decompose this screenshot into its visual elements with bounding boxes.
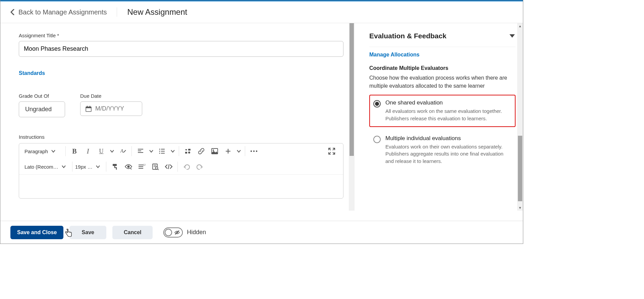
accessibility-check-button[interactable]: [123, 161, 134, 172]
svg-point-13: [251, 151, 252, 152]
radio-description: Evaluators work on their own evaluations…: [385, 143, 512, 165]
image-button[interactable]: [209, 146, 220, 157]
radio-label: Multiple individual evaluations: [385, 135, 512, 142]
coordinate-description: Choose how the evaluation process works …: [369, 74, 516, 90]
radio-option-shared[interactable]: One shared evaluation All evaluators wor…: [369, 95, 516, 127]
caret-down-icon: [509, 33, 516, 39]
visibility-toggle[interactable]: [163, 227, 183, 238]
font-family-select[interactable]: Lato (Recom…: [22, 163, 72, 171]
cancel-button[interactable]: Cancel: [112, 226, 153, 239]
font-size-select[interactable]: 19px …: [72, 163, 106, 171]
insert-plus-menu[interactable]: [236, 146, 241, 157]
radio-input-individual[interactable]: [373, 136, 381, 143]
page-title: New Assignment: [117, 7, 187, 17]
svg-rect-16: [113, 164, 117, 166]
svg-point-17: [127, 166, 130, 168]
svg-point-15: [256, 151, 257, 152]
undo-button[interactable]: [181, 161, 192, 172]
svg-rect-3: [90, 106, 90, 108]
scrollbar-thumb[interactable]: [518, 136, 522, 201]
footer-bar: Save and Close Save Cancel Hidden: [0, 221, 523, 244]
header-bar: Back to Manage Assignments New Assignmen…: [0, 1, 523, 23]
align-menu[interactable]: [149, 146, 154, 157]
chevron-down-icon: [51, 149, 55, 153]
side-panel: Evaluation & Feedback Manage Allocations…: [362, 23, 523, 211]
format-select-label: Paragraph: [24, 148, 48, 154]
more-button[interactable]: [249, 146, 259, 157]
editor-toolbar-row-2: Lato (Recom… 19px … 123: [19, 159, 343, 175]
main-column: Assignment Title * Standards Grade Out O…: [0, 23, 362, 211]
assignment-title-label: Assignment Title *: [19, 33, 343, 38]
svg-text:A: A: [120, 148, 123, 154]
rich-text-editor[interactable]: Paragraph B I U A: [19, 143, 343, 199]
underline-menu[interactable]: [109, 146, 115, 157]
format-painter-button[interactable]: [110, 161, 120, 172]
grade-input[interactable]: Ungraded: [19, 101, 65, 117]
svg-point-6: [159, 151, 160, 152]
eye-off-icon: [174, 230, 180, 235]
back-link[interactable]: Back to Manage Assignments: [10, 8, 117, 16]
fullscreen-button[interactable]: [326, 146, 337, 157]
svg-point-12: [213, 150, 214, 151]
preview-button[interactable]: [150, 161, 161, 172]
main-scrollbar[interactable]: [349, 23, 355, 211]
chevron-down-icon: [96, 165, 100, 169]
radio-description: All evaluators work on the same evaluati…: [385, 108, 512, 122]
radio-label: One shared evaluation: [385, 99, 512, 106]
underline-button[interactable]: U: [96, 146, 107, 157]
side-scrollbar[interactable]: ▲ ▼: [517, 23, 523, 211]
manage-allocations-link[interactable]: Manage Allocations: [369, 52, 420, 58]
svg-rect-1: [86, 107, 91, 108]
toggle-knob: [165, 229, 172, 236]
scrollbar-thumb[interactable]: [350, 23, 354, 156]
font-family-label: Lato (Recom…: [24, 164, 58, 170]
coordinate-heading: Coordinate Multiple Evaluators: [369, 65, 516, 71]
due-date-label: Due Date: [80, 93, 142, 99]
scroll-up-arrow[interactable]: ▲: [517, 23, 523, 29]
word-count-button[interactable]: 123: [137, 161, 147, 172]
svg-rect-9: [185, 152, 187, 154]
grade-field: Grade Out Of Ungraded: [19, 93, 65, 117]
format-select[interactable]: Paragraph: [22, 147, 65, 156]
list-menu[interactable]: [170, 146, 175, 157]
italic-button[interactable]: I: [83, 146, 93, 157]
save-button[interactable]: Save: [69, 226, 106, 239]
scroll-down-arrow[interactable]: ▼: [517, 205, 523, 211]
calendar-icon: [85, 105, 92, 112]
redo-button[interactable]: [195, 161, 205, 172]
panel-title: Evaluation & Feedback: [369, 32, 446, 40]
list-button[interactable]: [157, 146, 167, 157]
bold-button[interactable]: B: [69, 146, 80, 157]
visibility-label: Hidden: [187, 229, 206, 236]
svg-point-10: [188, 152, 190, 154]
panel-header[interactable]: Evaluation & Feedback: [369, 29, 516, 47]
clear-format-button[interactable]: A: [117, 146, 128, 157]
due-date-field: Due Date: [80, 93, 142, 117]
align-button[interactable]: [135, 146, 146, 157]
chevron-down-icon: [62, 165, 66, 169]
svg-rect-2: [87, 106, 88, 108]
grade-label: Grade Out Of: [19, 93, 65, 99]
back-label: Back to Manage Assignments: [18, 8, 107, 16]
font-size-label: 19px …: [75, 164, 93, 170]
chevron-left-icon: [10, 9, 14, 15]
editor-toolbar-row-1: Paragraph B I U A: [19, 143, 343, 159]
insert-plus-button[interactable]: [223, 146, 233, 157]
svg-point-20: [156, 167, 158, 169]
save-and-close-button[interactable]: Save and Close: [10, 226, 63, 239]
svg-rect-8: [188, 149, 191, 151]
due-date-input[interactable]: [80, 101, 142, 116]
svg-point-5: [159, 149, 160, 150]
meta-row: Grade Out Of Ungraded Due Date: [19, 93, 343, 117]
svg-point-7: [159, 153, 160, 154]
radio-input-shared[interactable]: [373, 100, 381, 108]
source-code-button[interactable]: [163, 161, 174, 172]
insert-stuff-button[interactable]: [182, 146, 193, 157]
assignment-title-input[interactable]: [19, 41, 343, 57]
content-row: Assignment Title * Standards Grade Out O…: [0, 23, 523, 211]
link-button[interactable]: [196, 146, 207, 157]
standards-link[interactable]: Standards: [19, 70, 45, 76]
svg-text:123: 123: [143, 164, 146, 166]
radio-option-individual[interactable]: Multiple individual evaluations Evaluato…: [369, 130, 516, 170]
due-date-text[interactable]: [95, 105, 136, 112]
